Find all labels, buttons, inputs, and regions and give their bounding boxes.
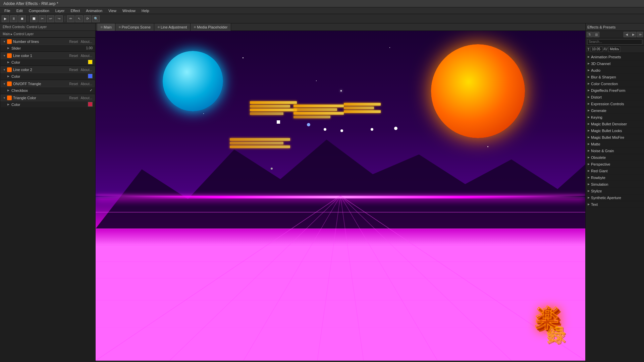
toolbar-btn-3[interactable]: ⏹ — [18, 15, 26, 22]
cat-perspective[interactable]: ▶ Perspective — [586, 161, 644, 168]
rp-btn-next[interactable]: ▶ — [630, 32, 636, 37]
menu-effect[interactable]: Effect — [68, 8, 83, 13]
cat-distort[interactable]: ▶ Distort — [586, 94, 644, 101]
cat-blur-sharpen[interactable]: ▶ Blur & Sharpen — [586, 74, 644, 80]
effect-onoff-triangle: ▼ ON/OFF Triangle Reset About... ▶ Check… — [1, 80, 95, 94]
checkbox-value[interactable]: ✓ — [90, 88, 93, 93]
cat-text[interactable]: ▶ Text — [586, 201, 644, 208]
menu-animation[interactable]: Animation — [83, 8, 105, 13]
effects-search-input[interactable] — [587, 39, 642, 45]
about-tricolor[interactable]: About... — [81, 96, 92, 100]
cat-synthetic-aperture[interactable]: ▶ Synthetic Aperture — [586, 194, 644, 201]
cat-rowbyte[interactable]: ▶ Rowbyte — [586, 174, 644, 181]
cat-expression[interactable]: ▶ Expression Controls — [586, 101, 644, 107]
menu-help[interactable]: Help — [139, 8, 152, 13]
about-color1[interactable]: About... — [81, 54, 92, 58]
tricolor-swatch[interactable] — [88, 102, 93, 107]
cat-simulation[interactable]: ▶ Simulation — [586, 181, 644, 188]
cat-rg-label: Red Giant — [591, 169, 608, 173]
toolbar-btn-7[interactable]: ↪ — [55, 15, 63, 22]
star-7 — [203, 113, 204, 114]
effect-group-header-lines[interactable]: ▼ Number of lines Reset About... — [1, 38, 95, 45]
cat-color-label: Color Correction — [591, 82, 618, 86]
text-size-input[interactable] — [591, 47, 602, 52]
left-panel-header: Effect Controls: Control Layer — [0, 23, 95, 31]
tab-media-dot — [194, 26, 196, 28]
tab-media[interactable]: Media Placeholder — [191, 23, 231, 31]
prop-slider-value[interactable]: 1.00 — [86, 46, 93, 50]
menu-view[interactable]: View — [106, 8, 119, 13]
toolbar-pen[interactable]: ✏ — [67, 15, 74, 22]
about-triangle[interactable]: About... — [81, 82, 92, 86]
rp-btn-prev[interactable]: ◀ — [624, 32, 630, 37]
effect-line-color-1: ▼ Line color 1 Reset About... ▶ Color — [1, 52, 95, 66]
toolbar-rotate[interactable]: ⟳ — [84, 15, 91, 22]
star-4 — [389, 47, 390, 48]
cat-keying[interactable]: ▶ Keying — [586, 114, 644, 121]
color1-swatch[interactable] — [88, 60, 93, 64]
toolbar-btn-5[interactable]: ✂ — [39, 15, 46, 22]
cat-persp-arrow: ▶ — [588, 163, 590, 166]
center-area: Main PreComps Scene Line Adjustment Medi… — [96, 23, 585, 362]
tab-main[interactable]: Main — [97, 23, 115, 31]
menu-bar: File Edit Composition Layer Effect Anima… — [0, 7, 644, 14]
effect-group-header-tricolor[interactable]: ▼ Triangle Color Reset About... — [1, 95, 95, 101]
cat-magic-bullet-looks[interactable]: ▶ Magic Bullet Looks — [586, 127, 644, 134]
toolbar-btn-4[interactable]: 🔲 — [30, 15, 38, 22]
text-style-input[interactable] — [608, 47, 620, 52]
menu-window[interactable]: Window — [120, 8, 138, 13]
rp-btn-apply[interactable]: ≫ — [637, 32, 643, 37]
rp-btn-2[interactable]: ▥ — [593, 32, 599, 37]
reset-lines[interactable]: Reset — [69, 40, 78, 44]
menu-composition[interactable]: Composition — [26, 8, 52, 13]
toolbar-select[interactable]: ↖ — [75, 15, 83, 22]
tab-line-adj[interactable]: Line Adjustment — [154, 23, 191, 31]
effect-name-tricolor: Triangle Color — [13, 96, 36, 100]
toolbar-zoom[interactable]: 🔍 — [92, 15, 100, 22]
cat-noise-grain[interactable]: ▶ Noise & Grain — [586, 147, 644, 154]
about-color2[interactable]: About... — [81, 68, 92, 72]
expand-prop-tricolor-arrow: ▶ — [7, 103, 9, 106]
menu-edit[interactable]: Edit — [14, 8, 25, 13]
float-text-4 — [230, 138, 297, 148]
cat-matte[interactable]: ▶ Matte — [586, 141, 644, 147]
reset-color2[interactable]: Reset — [69, 68, 78, 72]
menu-layer[interactable]: Layer — [53, 8, 67, 13]
expand-checkbox-arrow: ▶ — [7, 89, 9, 92]
cat-blur-arrow: ▶ — [588, 75, 590, 78]
cat-stylize[interactable]: ▶ Stylize — [586, 188, 644, 194]
cat-red-giant[interactable]: ▶ Red Giant — [586, 168, 644, 174]
main-breadcrumb: Main ▸ Control Layer — [3, 32, 34, 36]
toolbar-btn-6[interactable]: ↩ — [47, 15, 54, 22]
cat-generate[interactable]: ▶ Generate — [586, 107, 644, 114]
tab-precomps[interactable]: PreComps Scene — [115, 23, 154, 31]
cat-3d-channel[interactable]: ▶ 3D Channel — [586, 60, 644, 67]
main-layout: Effect Controls: Control Layer Main ▸ Co… — [0, 23, 644, 362]
cat-mbm-arrow: ▶ — [588, 136, 590, 139]
about-lines[interactable]: About... — [81, 40, 92, 44]
cat-persp-label: Perspective — [591, 162, 610, 166]
cat-expr-label: Expression Controls — [591, 102, 624, 106]
toolbar-btn-2[interactable]: ⏸ — [10, 15, 17, 22]
reset-tricolor[interactable]: Reset — [69, 96, 78, 100]
toolbar-btn-1[interactable]: ▶ — [2, 15, 9, 22]
reset-color1[interactable]: Reset — [69, 54, 78, 58]
cat-color-correction[interactable]: ▶ Color Correction — [586, 80, 644, 87]
effect-group-header-color2[interactable]: ▼ Line color 2 Reset About... — [1, 66, 95, 73]
menu-file[interactable]: File — [2, 8, 13, 13]
cat-audio[interactable]: ▶ Audio — [586, 67, 644, 74]
cat-obsolete[interactable]: ▶ Obsolete — [586, 154, 644, 161]
effect-group-header-color1[interactable]: ▼ Line color 1 Reset About... — [1, 52, 95, 59]
ground — [96, 196, 585, 361]
cat-magic-bullet-misfire[interactable]: ▶ Magic Bullet MisFire — [586, 134, 644, 141]
rp-btn-distribute[interactable]: ⇅ — [587, 32, 593, 37]
cat-digieffects[interactable]: ▶ Digieffects FreeForm — [586, 87, 644, 94]
reset-triangle[interactable]: Reset — [69, 82, 78, 86]
effect-group-header-triangle[interactable]: ▼ ON/OFF Triangle Reset About... — [1, 80, 95, 87]
color2-swatch[interactable] — [88, 74, 93, 78]
expand-color2-arrow: ▼ — [3, 68, 6, 71]
text-icon: T — [587, 47, 590, 51]
cat-animation-presets[interactable]: ▶ Animation Presets — [586, 54, 644, 60]
cat-magic-bullet-denoiser[interactable]: ▶ Magic Bullet Denoiser — [586, 121, 644, 127]
ctrl-dot-1 — [277, 120, 280, 124]
